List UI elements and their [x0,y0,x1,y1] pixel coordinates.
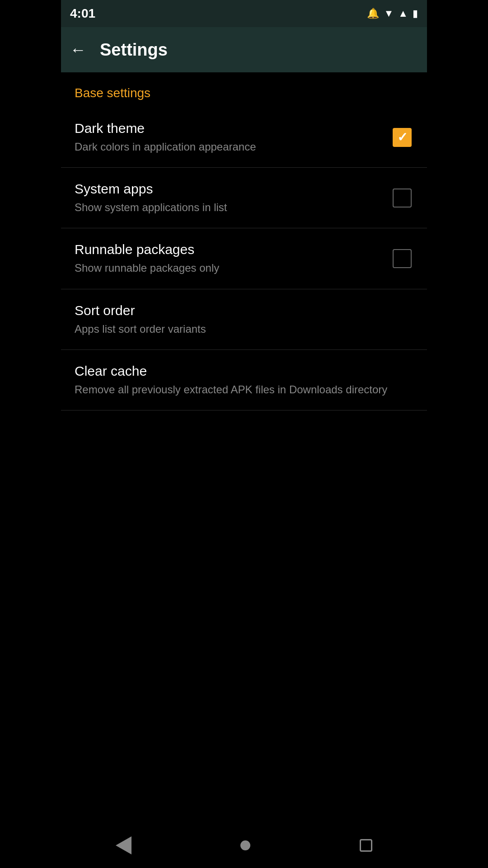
item-text-dark-theme: Dark theme Dark colors in application ap… [75,121,391,154]
section-header-base-settings: Base settings [61,72,427,107]
item-title-sort-order: Sort order [75,303,413,318]
back-arrow-icon: ← [70,40,86,59]
nav-back-button[interactable] [116,836,131,854]
item-subtitle-clear-cache: Remove all previously extracted APK file… [75,382,413,396]
item-text-sort-order: Sort order Apps list sort order variants [75,303,413,336]
checkbox-unchecked-icon [393,189,412,208]
item-text-system-apps: System apps Show system applications in … [75,181,391,214]
checkbox-dark-theme[interactable] [391,126,413,149]
item-title-runnable-packages: Runnable packages [75,242,391,257]
checkbox-runnable-packages[interactable] [391,247,413,270]
signal-icon: ▲ [398,8,408,19]
settings-item-clear-cache[interactable]: Clear cache Remove all previously extrac… [61,350,427,410]
wifi-icon: ▼ [384,8,394,19]
back-button[interactable]: ← [70,40,86,59]
settings-content: Base settings Dark theme Dark colors in … [61,72,427,410]
nav-recent-icon [360,839,372,852]
item-subtitle-sort-order: Apps list sort order variants [75,322,413,336]
settings-item-system-apps[interactable]: System apps Show system applications in … [61,168,427,228]
item-title-dark-theme: Dark theme [75,121,391,136]
item-text-clear-cache: Clear cache Remove all previously extrac… [75,363,413,396]
settings-item-sort-order[interactable]: Sort order Apps list sort order variants [61,289,427,350]
checkbox-checked-icon [393,128,412,147]
item-subtitle-runnable-packages: Show runnable packages only [75,261,391,275]
settings-list: Dark theme Dark colors in application ap… [61,107,427,410]
page-title: Settings [100,40,168,60]
settings-item-runnable-packages[interactable]: Runnable packages Show runnable packages… [61,228,427,289]
checkbox-unchecked-icon [393,249,412,268]
bottom-nav [61,823,427,868]
nav-home-button[interactable] [240,840,250,850]
nav-home-icon [240,840,250,850]
item-subtitle-dark-theme: Dark colors in application appearance [75,140,391,154]
item-subtitle-system-apps: Show system applications in list [75,200,391,214]
nav-back-icon [116,836,131,854]
app-bar: ← Settings [61,27,427,72]
notification-icon: 🔔 [367,8,379,19]
checkbox-system-apps[interactable] [391,187,413,209]
nav-recent-button[interactable] [360,839,372,852]
status-time: 4:01 [70,6,95,21]
settings-item-dark-theme[interactable]: Dark theme Dark colors in application ap… [61,107,427,168]
status-icons: 🔔 ▼ ▲ ▮ [367,8,418,19]
status-bar: 4:01 🔔 ▼ ▲ ▮ [61,0,427,27]
item-title-clear-cache: Clear cache [75,363,413,379]
item-text-runnable-packages: Runnable packages Show runnable packages… [75,242,391,275]
item-title-system-apps: System apps [75,181,391,197]
battery-icon: ▮ [413,8,418,19]
